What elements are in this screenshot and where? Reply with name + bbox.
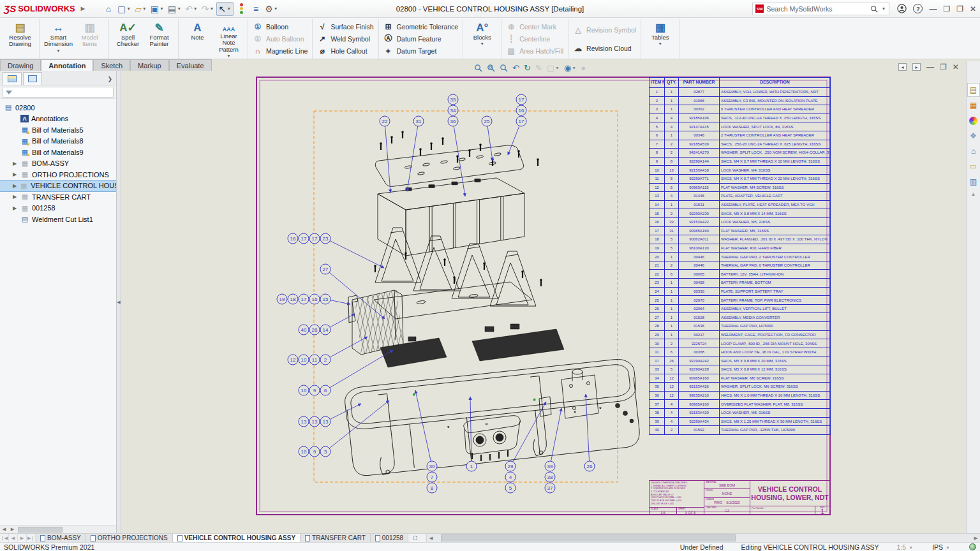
bom-row-item-17[interactable]: 172692290A242SHCS, M5 X 0.8 MM X 20 MM, …	[650, 356, 831, 365]
units-caret-icon[interactable]: ▲	[946, 545, 950, 549]
surface-finish-button[interactable]: √Surface Finish	[317, 21, 373, 32]
bom-row-item-2[interactable]: 2101066ASSEMBLY, C3 INS, MOUNTED ON ISOL…	[650, 96, 831, 105]
balloon-4[interactable]: 4	[505, 472, 516, 482]
restore-button[interactable]: ❒	[943, 4, 950, 13]
blocks-button[interactable]: A°Blocks▼	[466, 19, 498, 59]
save-caret-icon[interactable]: ▼	[159, 6, 165, 11]
balloon-13[interactable]: 13	[299, 416, 309, 427]
balloon-11[interactable]: 11	[309, 355, 320, 365]
user-account-icon[interactable]	[897, 4, 907, 13]
bom-row-item-12[interactable]: 12590965A115FLAT WASHER, M4 SCREW, 316SS	[650, 183, 831, 192]
scroll-right-icon[interactable]: ▶	[8, 527, 17, 532]
print-caret-icon[interactable]: ▼	[176, 6, 182, 11]
hscroll-left-icon[interactable]: ◀	[427, 536, 435, 541]
bom-row-item-36[interactable]: 361293635A210HHCS, M6 X 1.0 MM THREAD X …	[650, 391, 831, 400]
bom-row-item-16[interactable]: 163392153A422LOCK WASHER, M5, 316SS	[650, 217, 831, 226]
prev-sheet-icon[interactable]: ◀	[9, 534, 18, 542]
new-doc-caret-icon[interactable]: ▼	[126, 6, 131, 11]
tab-annotation[interactable]: Annotation	[41, 59, 93, 71]
bom-row-item-30[interactable]: 3023225T24LOOP CLAMP, .500 ID, .266 DIA …	[650, 339, 831, 348]
sheet-tab-ortho-projections[interactable]: ORTHO PROJECTIONS	[86, 534, 173, 542]
balloon-19[interactable]: 19	[277, 294, 287, 304]
panel-expand-chevron-icon[interactable]: ❯	[107, 76, 116, 85]
maximize-button[interactable]: ❐	[956, 4, 963, 13]
bom-row-item-15[interactable]: 15292290A230SHCS, M5 X 0.8 MM X 14 MM, 3…	[650, 209, 831, 218]
propertymanager-tab[interactable]	[23, 72, 42, 85]
search-input[interactable]: Search MySolidWorks	[766, 5, 868, 13]
doc-restore-icon[interactable]: ❐	[940, 62, 947, 71]
panel-splitter[interactable]: ◀	[117, 71, 121, 533]
graphics-area[interactable]: 2231353436251716171617172327191817161540…	[121, 61, 980, 533]
view-orientation-caret-icon[interactable]: ▼	[555, 66, 560, 70]
bom-row-item-5[interactable]: 5492147A415LOCK WASHER, SPLIT LOCK, #4, …	[650, 122, 831, 131]
note-button[interactable]: ANote	[182, 19, 213, 59]
new-doc-button[interactable]: ▢▼	[116, 2, 133, 16]
hscroll-thumb[interactable]	[441, 534, 736, 541]
add-sheet-button[interactable]: 🗋	[408, 534, 422, 542]
balloon-17[interactable]: 17	[508, 116, 526, 155]
tree-item-weldment-cut-list1[interactable]: ▤Weldment Cut List1	[0, 214, 116, 225]
linear-note-pattern-caret-icon[interactable]: ▼	[226, 54, 231, 59]
center-mark-button[interactable]: ⊕Center Mark	[506, 21, 563, 32]
bom-row-item-11[interactable]: 11592290A771SHCS, M4 X 0.7 MM THREAD X 2…	[650, 174, 831, 183]
panel-collapse-icon[interactable]: ◀	[117, 300, 120, 305]
scroll-left-icon[interactable]: ◀	[0, 527, 8, 532]
tables-button[interactable]: ▦Tables▼	[644, 19, 676, 59]
balloon-37[interactable]: 37	[545, 483, 555, 493]
tree-item-bom-assy[interactable]: ▶▦BOM-ASSY	[0, 158, 116, 170]
datum-feature-button[interactable]: ⒶDatum Feature	[383, 33, 459, 44]
bom-row-item-1[interactable]: 1102877ASSEMBLY, VCH, LOWER, WITH PENETR…	[650, 88, 831, 97]
tables-caret-icon[interactable]: ▼	[658, 41, 662, 47]
balloon-34[interactable]: 34	[448, 105, 458, 115]
tree-item-001258[interactable]: ▶▦001258	[0, 203, 116, 214]
resolve-drawing-button[interactable]: ▤Resolve Drawing	[4, 19, 36, 59]
pane-right-toggle-icon[interactable]: ▸	[912, 63, 921, 71]
minimize-button[interactable]: —	[929, 4, 937, 13]
redo-caret-icon[interactable]: ▼	[209, 6, 215, 11]
draw-compare-button[interactable]: ✎	[535, 63, 542, 73]
exploded-view-geometry[interactable]	[343, 145, 642, 478]
sheet-tab-vehicle-control-housing-assy[interactable]: VEHICLE CONTROL HOUSING ASSY	[173, 534, 301, 542]
blocks-caret-icon[interactable]: ▼	[480, 41, 484, 47]
options-gear-button[interactable]: ⚙▼	[264, 2, 280, 16]
bom-row-item-35[interactable]: 351292153A426WASHER, SPLIT LOCK, M6 SCRE…	[650, 383, 831, 392]
area-hatch-fill-button[interactable]: ▨Area Hatch/Fill	[506, 46, 563, 57]
select-cursor-caret-icon[interactable]: ▼	[226, 6, 232, 11]
print-button[interactable]: ▤▼	[167, 2, 183, 16]
home-button[interactable]: ⌂	[101, 2, 115, 16]
scale-caret-icon[interactable]: ▲	[909, 545, 913, 549]
zoom-fit-button[interactable]	[474, 64, 482, 72]
units-indicator[interactable]: IPS	[932, 543, 943, 551]
bom-row-item-10[interactable]: 101392153A418LOCK WASHER, M4, 316SS	[650, 166, 831, 175]
close-button[interactable]: ✕	[970, 4, 976, 13]
bom-row-item-13[interactable]: 13401446PLATE, ADAPTER, VEHICLE CART	[650, 192, 831, 201]
save-button[interactable]: ▣▼	[149, 2, 166, 16]
bom-row-item-40[interactable]: 40201592THERMAL GAP PAD, .125IN THK, HC5…	[650, 426, 831, 435]
balloon-17[interactable]: 17	[516, 94, 526, 105]
smart-dimension-caret-icon[interactable]: ▼	[56, 48, 61, 54]
display-style-button[interactable]: ◉▼	[564, 63, 576, 73]
balloon-17[interactable]: 17	[299, 294, 309, 304]
scroll-thumb[interactable]	[18, 527, 63, 533]
tp-appearances-button[interactable]	[967, 114, 980, 128]
undo-caret-icon[interactable]: ▼	[193, 6, 198, 11]
linear-note-pattern-button[interactable]: AAALinear Note Pattern▼	[213, 19, 244, 59]
balloon-25[interactable]: 25	[482, 116, 493, 161]
bom-row-item-23[interactable]: 23100458BATTERY FRAME, BOTTOM	[650, 279, 831, 288]
balloon-39[interactable]: 39	[545, 408, 561, 471]
tab-markup[interactable]: Markup	[130, 59, 169, 71]
balloon-7[interactable]: 7	[427, 472, 437, 482]
view-boundary[interactable]	[314, 111, 618, 482]
search-box[interactable]: SW Search MySolidWorks ▼	[752, 3, 889, 15]
bom-row-item-3[interactable]: 31003626 THRUSTER CONTROLLER AND HEAT SP…	[650, 105, 831, 114]
balloon-9[interactable]: 9	[309, 385, 320, 395]
bom-row-item-37[interactable]: 37490965A160OVERSIZED FLAT WASHER, FLAT,…	[650, 400, 831, 409]
bom-row-item-29[interactable]: 29100217WELDMENT, CAGE, PROTECTION, FO C…	[650, 330, 831, 339]
balloon-5[interactable]: 5	[505, 483, 516, 493]
balloon-13[interactable]: 13	[320, 404, 361, 427]
open-button[interactable]: ▱▼	[133, 2, 149, 16]
balloon-12[interactable]: 12	[288, 355, 298, 365]
tp-forum-button[interactable]: ❖	[967, 129, 980, 143]
bom-row-item-18[interactable]: 18590062A011WASHER, FLANGED, .201 ID X .…	[650, 235, 831, 244]
bom-row-item-25[interactable]: 25102970BATTERY FRAME, TOP, PWR ELECTRON…	[650, 296, 831, 305]
